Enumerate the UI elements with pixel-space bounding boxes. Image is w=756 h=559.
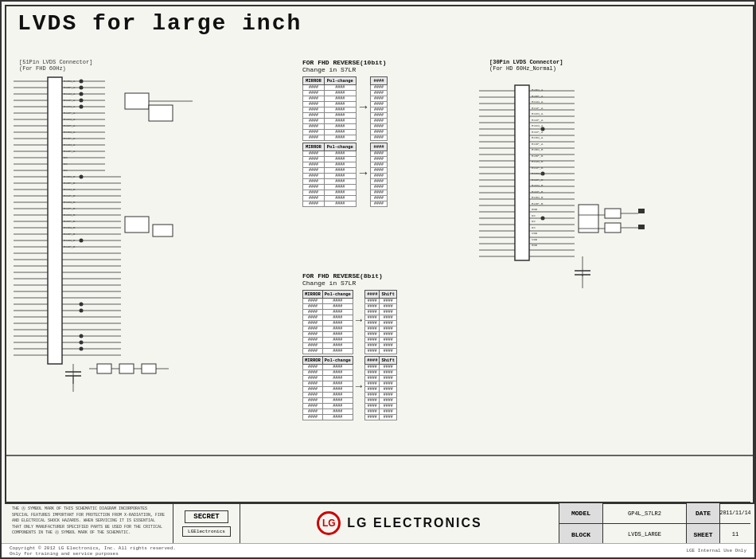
center-bottom-section: FOR FHD REVERSE(8bit) Change in S7LR MIR… bbox=[302, 272, 397, 420]
svg-point-54 bbox=[80, 334, 84, 338]
block-value: LVDS_LARGE bbox=[603, 524, 687, 545]
svg-point-46 bbox=[80, 86, 84, 90]
block-label: BLOCK bbox=[559, 524, 603, 545]
svg-rect-106 bbox=[153, 225, 173, 236]
svg-rect-178 bbox=[605, 223, 621, 233]
date-label: DATE bbox=[687, 503, 720, 524]
footer-left: Copyright © 2012 LG Electronics, Inc. Al… bbox=[10, 545, 176, 557]
date-value: 2011/11/14 bbox=[720, 503, 750, 524]
company-name: LG ELECTRONICS bbox=[347, 516, 481, 530]
svg-rect-187 bbox=[638, 209, 645, 213]
svg-rect-112 bbox=[119, 364, 134, 373]
schematic-page: LVDS for large inch bbox=[0, 0, 756, 559]
svg-point-56 bbox=[80, 347, 84, 351]
svg-rect-101 bbox=[125, 93, 149, 109]
model-value: GP4L_S7LR2 bbox=[603, 503, 687, 524]
bottom-bar: THE Ⓐ SYMBOL MARK OF THIS SCHEMATIC DIAG… bbox=[6, 502, 750, 543]
svg-rect-0 bbox=[48, 77, 62, 364]
footer: Copyright © 2012 LG Electronics, Inc. Al… bbox=[2, 543, 754, 557]
svg-rect-102 bbox=[149, 105, 173, 121]
lg-box-label: LGElectronics bbox=[182, 526, 231, 537]
model-label: MODEL bbox=[559, 503, 603, 524]
svg-point-55 bbox=[80, 341, 84, 345]
svg-point-50 bbox=[80, 175, 84, 179]
left-connector-label: [51Pin LVDS Connector] (For FHD 60Hz) bbox=[19, 59, 92, 72]
lg-circle-icon: LG bbox=[317, 511, 341, 535]
left-pin-labels: RX0N_A RX0P_A RX1N_A RX1P_A RX2N_A RX2P_… bbox=[64, 78, 75, 250]
sheet-label: SHEET bbox=[687, 524, 720, 545]
svg-rect-188 bbox=[638, 225, 645, 229]
svg-rect-105 bbox=[125, 217, 149, 233]
company-logo-area: LG LG ELECTRONICS bbox=[240, 503, 559, 543]
svg-rect-118 bbox=[515, 85, 529, 260]
svg-rect-176 bbox=[579, 205, 598, 233]
sheet-value: 11 bbox=[720, 524, 750, 545]
disclaimer-text: THE Ⓐ SYMBOL MARK OF THIS SCHEMATIC DIAG… bbox=[6, 503, 173, 543]
svg-point-47 bbox=[80, 92, 84, 96]
svg-point-51 bbox=[80, 239, 84, 243]
right-connector-label: [30Pin LVDS Connector] (For HD 60Hz_Norm… bbox=[489, 59, 563, 72]
page-title: LVDS for large inch bbox=[18, 11, 302, 36]
secret-box: SECRET LGElectronics bbox=[173, 503, 240, 543]
svg-point-49 bbox=[80, 105, 84, 109]
svg-rect-177 bbox=[605, 209, 621, 218]
secret-label: SECRET bbox=[185, 510, 228, 523]
lg-logo: LG LG ELECTRONICS bbox=[317, 511, 481, 535]
model-info-grid: MODEL GP4L_S7LR2 DATE 2011/11/14 BLOCK L… bbox=[559, 503, 750, 543]
svg-point-45 bbox=[80, 80, 84, 84]
svg-point-53 bbox=[80, 309, 84, 313]
svg-rect-113 bbox=[142, 364, 156, 373]
svg-point-48 bbox=[80, 99, 84, 103]
svg-point-52 bbox=[80, 303, 84, 307]
footer-right: LGE Internal Use Only bbox=[686, 548, 746, 553]
right-pin-labels: RX0N_A RX0P_A RX1N_A RX1P_A RX2N_A RX2P_… bbox=[532, 88, 543, 249]
svg-rect-111 bbox=[97, 364, 111, 373]
center-top-section: FOR FHD REVERSE(10bit) Change in S7LR MI… bbox=[302, 59, 388, 207]
